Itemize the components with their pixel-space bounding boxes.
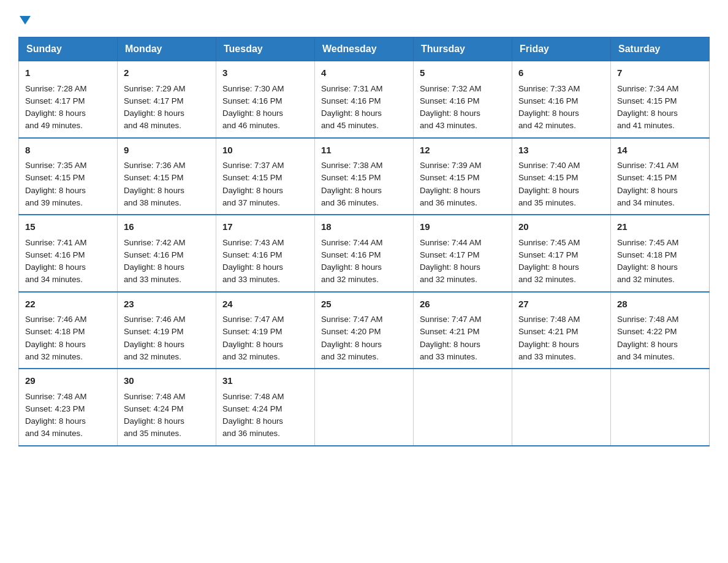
day-sunset: Sunset: 4:16 PM	[321, 250, 381, 259]
day-header-row: SundayMondayTuesdayWednesdayThursdayFrid…	[19, 37, 710, 61]
day-sunset: Sunset: 4:21 PM	[518, 327, 578, 336]
day-sunset: Sunset: 4:16 PM	[518, 96, 578, 105]
day-daylight: Daylight: 8 hours	[124, 186, 184, 195]
day-daylight2: and 36 minutes.	[420, 198, 477, 207]
day-daylight2: and 45 minutes.	[321, 121, 379, 130]
calendar-cell: 31Sunrise: 7:48 AMSunset: 4:24 PMDayligh…	[216, 369, 315, 446]
day-sunset: Sunset: 4:15 PM	[420, 173, 480, 182]
day-sunset: Sunset: 4:19 PM	[124, 327, 184, 336]
day-daylight2: and 33 minutes.	[420, 352, 477, 361]
day-daylight2: and 32 minutes.	[25, 352, 83, 361]
day-daylight2: and 36 minutes.	[222, 429, 280, 438]
calendar-cell	[414, 369, 512, 446]
day-daylight: Daylight: 8 hours	[617, 109, 678, 118]
day-number: 16	[124, 220, 210, 234]
day-sunset: Sunset: 4:20 PM	[321, 327, 381, 336]
day-daylight: Daylight: 8 hours	[321, 186, 382, 195]
day-number: 9	[124, 144, 210, 158]
day-sunrise: Sunrise: 7:30 AM	[222, 84, 284, 93]
day-number: 30	[124, 374, 210, 388]
day-daylight2: and 42 minutes.	[518, 121, 576, 130]
logo-triangle-icon	[20, 16, 31, 25]
day-sunset: Sunset: 4:16 PM	[25, 250, 85, 259]
calendar-cell: 15Sunrise: 7:41 AMSunset: 4:16 PMDayligh…	[19, 215, 118, 292]
day-daylight2: and 38 minutes.	[124, 198, 181, 207]
day-sunset: Sunset: 4:18 PM	[25, 327, 85, 336]
day-daylight: Daylight: 8 hours	[321, 340, 382, 349]
day-number: 19	[420, 220, 506, 234]
calendar-cell: 20Sunrise: 7:45 AMSunset: 4:17 PMDayligh…	[512, 215, 611, 292]
day-daylight: Daylight: 8 hours	[25, 340, 86, 349]
day-daylight: Daylight: 8 hours	[420, 186, 480, 195]
calendar-cell: 23Sunrise: 7:46 AMSunset: 4:19 PMDayligh…	[118, 292, 216, 369]
day-sunrise: Sunrise: 7:45 AM	[617, 238, 678, 247]
day-number: 3	[222, 66, 308, 80]
calendar-cell: 27Sunrise: 7:48 AMSunset: 4:21 PMDayligh…	[512, 292, 611, 369]
day-number: 18	[321, 220, 407, 234]
day-number: 10	[222, 144, 308, 158]
day-sunrise: Sunrise: 7:43 AM	[222, 238, 284, 247]
day-number: 21	[617, 220, 703, 234]
day-header-saturday: Saturday	[611, 37, 710, 61]
day-sunrise: Sunrise: 7:41 AM	[617, 161, 678, 170]
day-number: 25	[321, 297, 407, 312]
day-daylight2: and 39 minutes.	[25, 198, 83, 207]
day-sunset: Sunset: 4:16 PM	[124, 250, 184, 259]
day-daylight: Daylight: 8 hours	[321, 109, 382, 118]
day-number: 22	[25, 297, 111, 312]
calendar-cell: 19Sunrise: 7:44 AMSunset: 4:17 PMDayligh…	[414, 215, 512, 292]
day-sunset: Sunset: 4:15 PM	[222, 173, 282, 182]
day-sunset: Sunset: 4:17 PM	[518, 250, 578, 259]
day-sunrise: Sunrise: 7:28 AM	[25, 84, 86, 93]
day-number: 2	[124, 66, 210, 80]
calendar-cell: 13Sunrise: 7:40 AMSunset: 4:15 PMDayligh…	[512, 138, 611, 215]
calendar-cell: 17Sunrise: 7:43 AMSunset: 4:16 PMDayligh…	[216, 215, 315, 292]
calendar-cell: 28Sunrise: 7:48 AMSunset: 4:22 PMDayligh…	[611, 292, 710, 369]
day-daylight2: and 34 minutes.	[617, 198, 675, 207]
day-daylight: Daylight: 8 hours	[420, 109, 480, 118]
day-daylight: Daylight: 8 hours	[518, 262, 579, 272]
day-sunset: Sunset: 4:21 PM	[420, 327, 480, 336]
day-number: 5	[420, 66, 506, 80]
day-daylight2: and 35 minutes.	[518, 198, 576, 207]
day-sunrise: Sunrise: 7:45 AM	[518, 238, 580, 247]
day-daylight2: and 34 minutes.	[25, 275, 83, 284]
day-sunset: Sunset: 4:16 PM	[222, 250, 282, 259]
day-sunrise: Sunrise: 7:39 AM	[420, 161, 481, 170]
day-sunrise: Sunrise: 7:47 AM	[321, 315, 382, 324]
day-daylight: Daylight: 8 hours	[25, 109, 86, 118]
day-daylight2: and 43 minutes.	[420, 121, 477, 130]
day-number: 1	[25, 66, 111, 80]
week-row-0: 1Sunrise: 7:28 AMSunset: 4:17 PMDaylight…	[19, 61, 710, 138]
calendar-cell: 16Sunrise: 7:42 AMSunset: 4:16 PMDayligh…	[118, 215, 216, 292]
day-daylight: Daylight: 8 hours	[124, 262, 184, 272]
calendar-cell	[315, 369, 414, 446]
day-sunset: Sunset: 4:17 PM	[420, 250, 480, 259]
day-sunrise: Sunrise: 7:37 AM	[222, 161, 284, 170]
day-sunrise: Sunrise: 7:44 AM	[420, 238, 481, 247]
day-header-monday: Monday	[118, 37, 216, 61]
day-daylight2: and 33 minutes.	[518, 352, 576, 361]
day-daylight: Daylight: 8 hours	[25, 186, 86, 195]
day-sunset: Sunset: 4:23 PM	[25, 404, 85, 413]
day-sunset: Sunset: 4:15 PM	[124, 173, 184, 182]
day-sunrise: Sunrise: 7:36 AM	[124, 161, 185, 170]
day-daylight2: and 46 minutes.	[222, 121, 280, 130]
day-sunset: Sunset: 4:15 PM	[518, 173, 578, 182]
day-sunset: Sunset: 4:18 PM	[617, 250, 677, 259]
day-sunrise: Sunrise: 7:46 AM	[25, 315, 86, 324]
day-number: 31	[222, 374, 308, 388]
day-number: 11	[321, 144, 407, 158]
calendar-table: SundayMondayTuesdayWednesdayThursdayFrid…	[18, 37, 710, 446]
day-number: 28	[617, 297, 703, 312]
calendar-cell: 26Sunrise: 7:47 AMSunset: 4:21 PMDayligh…	[414, 292, 512, 369]
week-row-2: 15Sunrise: 7:41 AMSunset: 4:16 PMDayligh…	[19, 215, 710, 292]
day-daylight2: and 41 minutes.	[617, 121, 675, 130]
day-sunset: Sunset: 4:24 PM	[124, 404, 184, 413]
calendar-cell: 25Sunrise: 7:47 AMSunset: 4:20 PMDayligh…	[315, 292, 414, 369]
day-sunset: Sunset: 4:15 PM	[321, 173, 381, 182]
day-daylight: Daylight: 8 hours	[222, 416, 283, 426]
calendar-cell: 10Sunrise: 7:37 AMSunset: 4:15 PMDayligh…	[216, 138, 315, 215]
day-sunrise: Sunrise: 7:41 AM	[25, 238, 86, 247]
header	[18, 12, 710, 25]
